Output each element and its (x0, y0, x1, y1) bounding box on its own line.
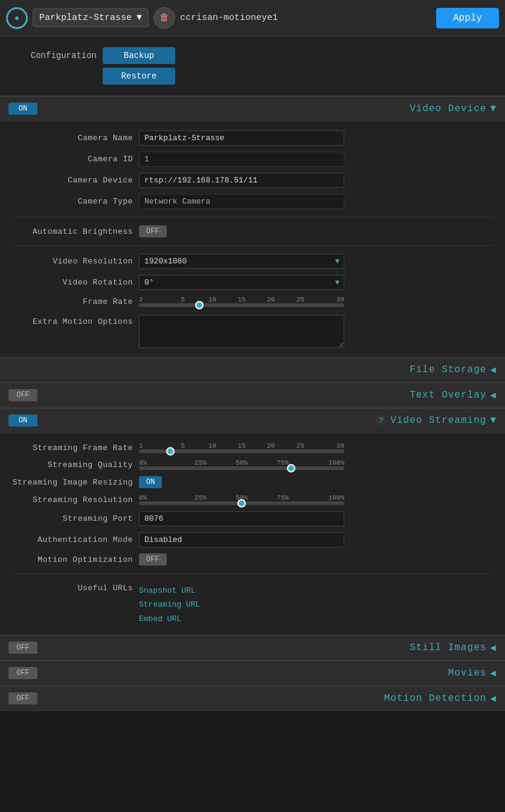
auto-brightness-label: Automatic Brightness (12, 227, 133, 236)
video-streaming-arrow: ▼ (490, 415, 497, 426)
motion-detection-title[interactable]: Motion Detection ◀ (384, 692, 497, 704)
camera-type-input (139, 194, 344, 209)
camera-id-label: Camera ID (12, 155, 133, 164)
restore-button[interactable]: Restore (103, 68, 175, 85)
frame-rate-label: Frame Rate (12, 297, 133, 306)
camera-selector-label: Parkplatz-Strasse (39, 13, 132, 23)
movies-section-header: OFF Movies ◀ (0, 660, 505, 686)
video-rotation-select[interactable]: 0° 90° 180° 270° (139, 275, 344, 290)
embed-url-link[interactable]: Embed URL (139, 612, 200, 626)
text-overlay-toggle[interactable]: OFF (8, 389, 37, 401)
streaming-port-label: Streaming Port (12, 514, 133, 523)
auth-mode-input[interactable] (139, 532, 344, 547)
extra-motion-textarea[interactable] (139, 315, 344, 348)
video-streaming-form: Streaming Frame Rate 1 5 10 15 20 25 30 … (0, 433, 505, 635)
still-images-title[interactable]: Still Images ◀ (410, 642, 497, 654)
streaming-resolution-slider-container: 0% 25% 50% 75% 100% (139, 494, 344, 505)
streaming-image-resizing-toggle[interactable]: ON (139, 476, 162, 488)
streaming-port-input[interactable] (139, 511, 344, 526)
streaming-frame-rate-slider-container: 1 5 10 15 20 25 30 (139, 442, 344, 453)
camera-name-input[interactable] (139, 130, 344, 146)
motion-detection-title-text: Motion Detection (384, 693, 487, 704)
file-storage-section-header[interactable]: File Storage ◀ (0, 357, 505, 382)
motion-detection-header-left: OFF (8, 692, 37, 704)
frame-rate-slider[interactable] (139, 303, 344, 307)
streaming-url-link[interactable]: Streaming URL (139, 598, 200, 611)
camera-id-row: Camera ID (0, 149, 505, 170)
delete-camera-button[interactable]: 🗑 (153, 7, 175, 29)
video-resolution-label: Video Resolution (12, 257, 133, 266)
frame-rate-slider-container: 2 5 10 15 20 25 30 (139, 296, 344, 307)
video-rotation-select-wrapper: 0° 90° 180° 270° ▼ (139, 275, 344, 290)
camera-type-label: Camera Type (12, 197, 133, 206)
camera-name-label: Camera Name (12, 134, 133, 143)
apply-button[interactable]: Apply (436, 8, 499, 28)
video-device-arrow: ▼ (490, 103, 497, 114)
video-streaming-header-left: ON (8, 414, 37, 427)
video-streaming-section-header: ON ? Video Streaming ▼ (0, 408, 505, 433)
video-streaming-title[interactable]: ? Video Streaming ▼ (376, 415, 497, 426)
frame-rate-row: Frame Rate 2 5 10 15 20 25 30 (0, 293, 505, 310)
text-overlay-title-text: Text Overlay (410, 390, 486, 401)
video-streaming-toggle[interactable]: ON (8, 414, 37, 427)
text-overlay-header-left: OFF (8, 389, 37, 401)
useful-urls-list: Snapshot URL Streaming URL Embed URL (139, 584, 200, 626)
still-images-arrow: ◀ (490, 642, 497, 654)
streaming-image-resizing-label: Streaming Image Resizing (12, 478, 133, 487)
configuration-section: Configuration Backup Restore (0, 36, 505, 96)
video-resolution-select-wrapper: 1920x1080 ▼ (139, 254, 344, 269)
streaming-resolution-slider[interactable] (139, 501, 344, 505)
video-streaming-help-icon[interactable]: ? (376, 415, 387, 426)
streaming-frame-rate-slider[interactable] (139, 450, 344, 453)
motion-optimization-label: Motion Optimization (12, 555, 133, 564)
streaming-quality-row: Streaming Quality 0% 25% 50% 75% 100% (0, 456, 505, 473)
backup-button[interactable]: Backup (103, 47, 175, 64)
video-resolution-row: Video Resolution 1920x1080 ▼ (0, 251, 505, 272)
movies-header-left: OFF (8, 667, 37, 679)
streaming-quality-label: Streaming Quality (12, 460, 133, 469)
movies-title[interactable]: Movies ◀ (448, 667, 497, 679)
header: ● Parkplatz-Strasse ▼ 🗑 ccrisan-motioney… (0, 0, 505, 36)
file-storage-title-text: File Storage (410, 364, 486, 375)
trash-icon: 🗑 (159, 12, 169, 24)
streaming-resolution-row: Streaming Resolution 0% 25% 50% 75% 100% (0, 491, 505, 508)
file-storage-arrow: ◀ (490, 364, 497, 376)
configuration-label: Configuration (18, 47, 97, 60)
still-images-section-header: OFF Still Images ◀ (0, 635, 505, 660)
motion-optimization-row: Motion Optimization OFF (0, 550, 505, 569)
video-device-toggle[interactable]: ON (8, 103, 37, 115)
motion-detection-toggle[interactable]: OFF (8, 692, 37, 704)
camera-selector[interactable]: Parkplatz-Strasse ▼ (33, 8, 149, 27)
streaming-quality-slider[interactable] (139, 466, 344, 470)
auth-mode-row: Authentication Mode (0, 529, 505, 550)
video-device-title[interactable]: Video Device ▼ (410, 103, 497, 114)
movies-toggle[interactable]: OFF (8, 667, 37, 679)
motion-detection-arrow: ◀ (490, 692, 497, 704)
movies-arrow: ◀ (490, 667, 497, 679)
server-name: ccrisan-motioneye1 (180, 13, 431, 23)
video-resolution-select[interactable]: 1920x1080 (139, 254, 344, 269)
still-images-title-text: Still Images (410, 642, 486, 653)
camera-device-input[interactable] (139, 173, 344, 188)
streaming-frame-rate-row: Streaming Frame Rate 1 5 10 15 20 25 30 (0, 439, 505, 456)
text-overlay-arrow: ◀ (490, 389, 497, 401)
video-device-title-text: Video Device (410, 103, 486, 114)
streaming-resolution-label: Streaming Resolution (12, 495, 133, 504)
file-storage-title[interactable]: File Storage ◀ (410, 364, 497, 376)
camera-id-input[interactable] (139, 152, 344, 167)
still-images-toggle[interactable]: OFF (8, 642, 37, 654)
video-device-section-header: ON Video Device ▼ (0, 96, 505, 121)
auto-brightness-toggle[interactable]: OFF (139, 225, 167, 237)
video-device-header-left: ON (8, 103, 37, 115)
still-images-header-left: OFF (8, 642, 37, 654)
motion-optimization-toggle[interactable]: OFF (139, 553, 167, 566)
auto-brightness-row: Automatic Brightness OFF (0, 222, 505, 240)
config-buttons: Backup Restore (103, 47, 175, 85)
useful-urls-row: Useful URLs Snapshot URL Streaming URL E… (0, 579, 505, 629)
streaming-frame-rate-label: Streaming Frame Rate (12, 443, 133, 453)
streaming-image-resizing-row: Streaming Image Resizing ON (0, 473, 505, 491)
motion-detection-section-header: OFF Motion Detection ◀ (0, 686, 505, 711)
snapshot-url-link[interactable]: Snapshot URL (139, 584, 200, 598)
text-overlay-title[interactable]: Text Overlay ◀ (410, 389, 497, 401)
video-device-form: Camera Name Camera ID Camera Device Came… (0, 121, 505, 357)
